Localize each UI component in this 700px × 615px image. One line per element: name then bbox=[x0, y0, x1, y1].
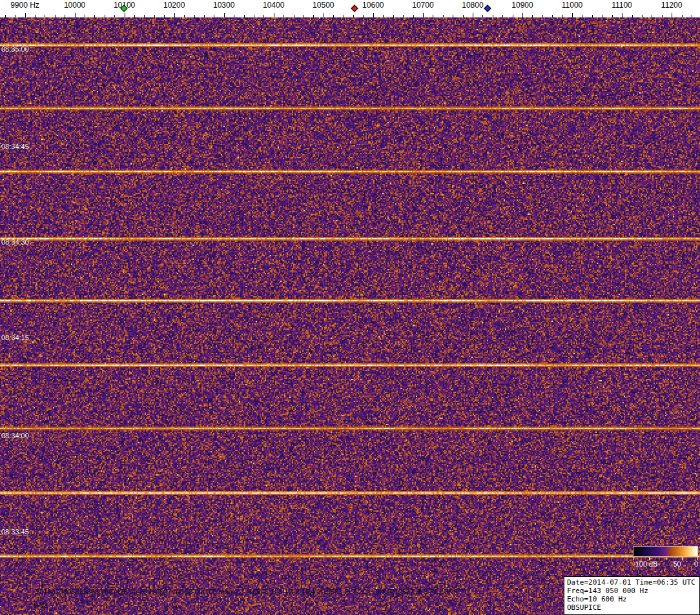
event-metadata-text: 20140701063333680 hCnt25 nb-82 f10607 hi… bbox=[36, 588, 458, 596]
freq-major-tick bbox=[423, 13, 424, 17]
db-scale-legend: -100 dB -50 0 bbox=[633, 546, 698, 568]
db-label-max: 0 bbox=[694, 560, 698, 568]
freq-major-tick bbox=[473, 13, 473, 17]
db-label-min: -100 dB bbox=[633, 560, 658, 568]
info-station-name: OBSUPICE bbox=[567, 603, 697, 612]
db-gradient-bar bbox=[633, 546, 698, 557]
spectrogram-canvas[interactable] bbox=[0, 17, 700, 615]
db-tick bbox=[682, 557, 683, 560]
freq-tick-label: 10600 bbox=[362, 1, 384, 10]
db-tick bbox=[697, 557, 698, 560]
cursor-readout-text: ^t+33 bbox=[30, 601, 48, 609]
freq-tick-label: 10400 bbox=[263, 1, 284, 10]
freq-major-tick bbox=[522, 13, 523, 17]
db-tick bbox=[633, 557, 633, 560]
observation-info-box: Date=2014-07-01 Time=06:35 UTC Freq=143 … bbox=[564, 576, 700, 615]
freq-tick-label: 10700 bbox=[412, 1, 433, 10]
freq-marker-red-diamond-icon[interactable] bbox=[351, 5, 358, 12]
freq-tick-label: 9900 Hz bbox=[10, 1, 39, 10]
time-tick-label: 08:34:15 bbox=[1, 334, 29, 341]
time-tick-label: 08:35:00 bbox=[1, 45, 29, 53]
freq-major-tick bbox=[75, 13, 76, 17]
freq-major-tick bbox=[224, 13, 225, 17]
freq-tick-label: 11100 bbox=[612, 1, 632, 10]
freq-tick-label: 10500 bbox=[313, 1, 334, 10]
freq-tick-label: 11000 bbox=[562, 1, 582, 10]
freq-tick-label: 10900 bbox=[511, 1, 533, 10]
freq-major-tick bbox=[622, 13, 623, 17]
info-date-time: Date=2014-07-01 Time=06:35 UTC bbox=[567, 578, 697, 587]
freq-major-tick bbox=[274, 13, 274, 17]
freq-major-tick bbox=[125, 13, 125, 17]
freq-tick-label: 10200 bbox=[163, 1, 185, 10]
freq-major-tick bbox=[25, 13, 26, 17]
meteor-spectrogram-window: 9900 Hz100001010010200103001040010500106… bbox=[0, 0, 700, 615]
info-frequency: Freq=143 050 000 Hz bbox=[567, 587, 697, 595]
db-tick bbox=[666, 557, 666, 560]
freq-major-tick bbox=[572, 13, 573, 17]
freq-tick-label: 11200 bbox=[661, 1, 682, 10]
freq-major-tick bbox=[324, 13, 324, 17]
time-tick-label: 08:34:30 bbox=[1, 238, 29, 246]
freq-major-tick bbox=[373, 13, 374, 17]
time-tick-label: 08:33:45 bbox=[1, 528, 29, 536]
freq-tick-label: 10800 bbox=[462, 1, 483, 10]
db-label-mid: -50 bbox=[671, 560, 681, 568]
freq-major-tick bbox=[672, 13, 672, 17]
info-echo-frequency: Echo=10 600 Hz bbox=[567, 595, 697, 603]
freq-tick-label: 10300 bbox=[213, 1, 234, 10]
freq-marker-blue-diamond-icon[interactable] bbox=[484, 5, 491, 12]
frequency-ruler: 9900 Hz100001010010200103001040010500106… bbox=[0, 0, 700, 17]
db-tick bbox=[649, 557, 650, 560]
freq-tick-label: 10000 bbox=[64, 1, 85, 10]
time-tick-label: 08:34:00 bbox=[1, 432, 29, 439]
time-tick-label: 08:34:45 bbox=[1, 143, 29, 150]
db-scale-ticks bbox=[633, 557, 698, 560]
freq-major-tick bbox=[174, 13, 175, 17]
db-scale-labels: -100 dB -50 0 bbox=[633, 560, 698, 568]
